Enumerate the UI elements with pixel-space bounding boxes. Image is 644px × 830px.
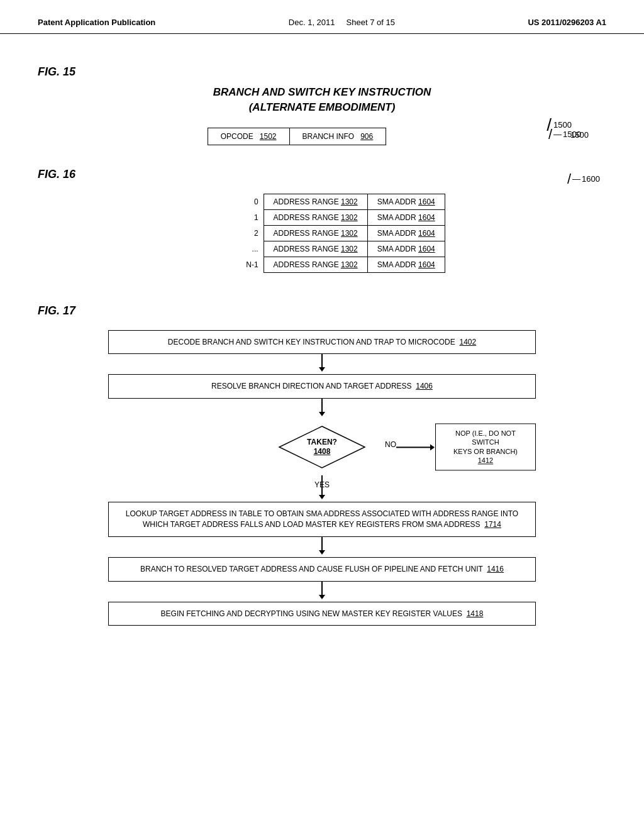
flowchart: DECODE BRANCH AND SWITCH KEY INSTRUCTION… (38, 330, 606, 626)
sma-addr-cell: SMA ADDR 1604 (367, 225, 445, 241)
sma-addr-cell: SMA ADDR 1604 (367, 241, 445, 257)
arrow-3 (321, 475, 323, 495)
lookup-box: LOOKUP TARGET ADDRESS IN TABLE TO OBTAIN… (108, 502, 536, 537)
diamond-text: TAKEN? 1408 (307, 438, 337, 457)
arrow-3-head (319, 495, 325, 499)
page: Patent Application Publication Dec. 1, 2… (0, 0, 644, 830)
row-index: 0 (236, 194, 264, 209)
branch-ref: 906 (360, 132, 373, 141)
no-arrow-head (430, 444, 435, 450)
address-range-cell: ADDRESS RANGE 1302 (264, 225, 367, 241)
header-right: US 2011/0296203 A1 (528, 18, 606, 27)
address-range-cell: ADDRESS RANGE 1302 (264, 209, 367, 225)
taken-ref: 1408 (314, 447, 331, 456)
fig16-ref-num: 1600 (582, 174, 600, 184)
opcode-cell: OPCODE 1502 (208, 128, 290, 145)
resolve-ref: 1406 (416, 382, 433, 390)
nop-ref: 1412 (478, 456, 493, 464)
resolve-text: RESOLVE BRANCH DIRECTION AND TARGET ADDR… (211, 382, 412, 390)
begin-ref: 1418 (467, 609, 484, 618)
table-row: 0ADDRESS RANGE 1302SMA ADDR 1604 (236, 194, 445, 209)
fig15-title: BRANCH AND SWITCH KEY INSTRUCTION (ALTER… (38, 85, 606, 115)
opcode-ref: 1502 (260, 132, 277, 141)
fig16-label: FIG. 16 (38, 168, 75, 181)
begin-text: BEGIN FETCHING AND DECRYPTING USING NEW … (161, 609, 462, 618)
row-index: N-1 (236, 257, 264, 272)
fig15-label: FIG. 15 (38, 65, 606, 79)
no-label: NO (385, 440, 396, 449)
begin-box: BEGIN FETCHING AND DECRYPTING USING NEW … (108, 602, 536, 626)
taken-label: TAKEN? (307, 438, 337, 446)
sma-addr-cell: SMA ADDR 1604 (367, 194, 445, 209)
table-row: 2ADDRESS RANGE 1302SMA ADDR 1604 (236, 225, 445, 241)
content-area: FIG. 15 BRANCH AND SWITCH KEY INSTRUCTIO… (0, 34, 644, 645)
fig17-section: FIG. 17 DECODE BRANCH AND SWITCH KEY INS… (38, 304, 606, 626)
fig17-label: FIG. 17 (38, 304, 606, 318)
nop-text: NOP (I.E., DO NOT SWITCHKEYS OR BRANCH) (442, 429, 529, 456)
fig16-table-wrapper: 0ADDRESS RANGE 1302SMA ADDR 16041ADDRESS… (38, 194, 606, 273)
sma-addr-cell: SMA ADDR 1604 (367, 209, 445, 225)
branch-text: BRANCH TO RESOLVED TARGET ADDRESS AND CA… (140, 565, 483, 573)
header-sheet: Sheet 7 of 15 (347, 18, 395, 27)
nop-box: NOP (I.E., DO NOT SWITCHKEYS OR BRANCH) … (435, 424, 536, 471)
branch-box: BRANCH TO RESOLVED TARGET ADDRESS AND CA… (108, 557, 536, 582)
taken-diamond: TAKEN? 1408 (278, 425, 366, 469)
address-range-cell: ADDRESS RANGE 1302 (264, 257, 367, 272)
decode-ref: 1402 (459, 338, 476, 346)
fig16-table: 0ADDRESS RANGE 1302SMA ADDR 16041ADDRESS… (236, 194, 445, 273)
decode-text: DECODE BRANCH AND SWITCH KEY INSTRUCTION… (168, 338, 455, 346)
header-date: Dec. 1, 2011 (289, 18, 335, 27)
instruction-diagram: OPCODE 1502 BRANCH INFO 906 (208, 128, 386, 145)
fig15-title-line1: BRANCH AND SWITCH KEY INSTRUCTION (38, 85, 606, 100)
branch-info-cell: BRANCH INFO 906 (290, 128, 386, 145)
no-branch: NOP (I.E., DO NOT SWITCHKEYS OR BRANCH) … (396, 424, 536, 471)
decode-box: DECODE BRANCH AND SWITCH KEY INSTRUCTION… (108, 330, 536, 355)
row-index: ... (236, 241, 264, 257)
fig15-title-line2: (ALTERNATE EMBODIMENT) (38, 100, 606, 115)
sma-addr-cell: SMA ADDR 1604 (367, 257, 445, 272)
diamond-wrapper: TAKEN? 1408 NOP (I.E., DO (108, 419, 536, 475)
address-range-cell: ADDRESS RANGE 1302 (264, 241, 367, 257)
branch-ref: 1416 (487, 565, 504, 573)
resolve-box: RESOLVE BRANCH DIRECTION AND TARGET ADDR… (108, 374, 536, 399)
address-range-cell: ADDRESS RANGE 1302 (264, 194, 367, 209)
header-center: Dec. 1, 2011 Sheet 7 of 15 (289, 18, 395, 27)
fig16-bracket: / (567, 171, 571, 187)
header-left: Patent Application Publication (38, 18, 155, 27)
fig15-ref-label: 1500 (570, 130, 589, 140)
no-line (396, 446, 434, 448)
lookup-ref: 1714 (484, 520, 501, 529)
arrow-3-wrapper (321, 475, 323, 495)
fig15-ref-number: 1500 (553, 120, 572, 130)
bracket-icon-1500: / (547, 116, 552, 134)
arrow-2 (321, 399, 323, 412)
fig16-section: FIG. 16 / — 1600 0ADDRESS RANGE 1302SMA … (38, 168, 606, 273)
row-index: 2 (236, 225, 264, 241)
branch-label: BRANCH INFO (303, 132, 355, 141)
table-row: ...ADDRESS RANGE 1302SMA ADDR 1604 (236, 241, 445, 257)
page-header: Patent Application Publication Dec. 1, 2… (0, 0, 644, 34)
lookup-text: LOOKUP TARGET ADDRESS IN TABLE TO OBTAIN… (126, 509, 518, 529)
row-index: 1 (236, 209, 264, 225)
table-row: N-1ADDRESS RANGE 1302SMA ADDR 1604 (236, 257, 445, 272)
arrow-5 (321, 582, 323, 595)
table-row: 1ADDRESS RANGE 1302SMA ADDR 1604 (236, 209, 445, 225)
fig15-section: FIG. 15 BRANCH AND SWITCH KEY INSTRUCTIO… (38, 65, 606, 143)
fig16-ref-dash: — (572, 174, 580, 184)
arrow-1 (321, 354, 323, 368)
arrow-4 (321, 537, 323, 551)
opcode-label: OPCODE (221, 132, 253, 141)
